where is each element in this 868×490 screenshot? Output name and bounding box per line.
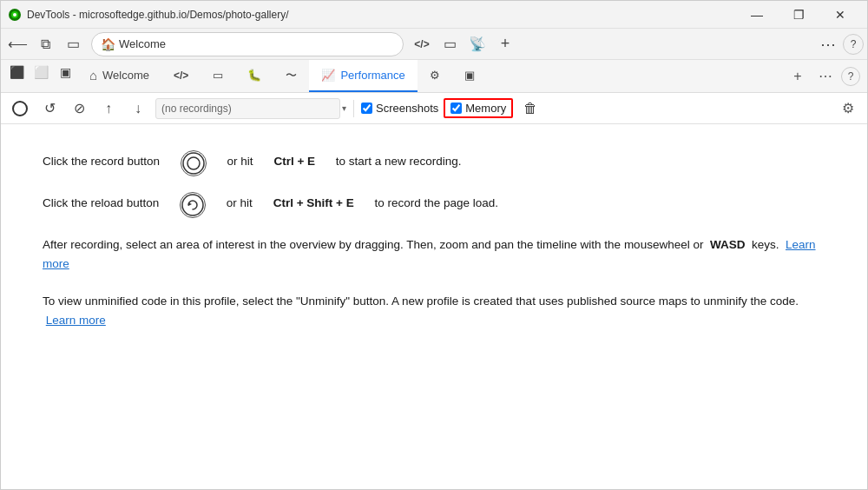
settings-gear-icon: ⚙ xyxy=(842,100,854,116)
help-button[interactable]: ? xyxy=(843,34,864,55)
devtools-tab-bar: ⬛ ⬜ ▣ ⌂ Welcome </> ▭ 🐛 〜 📈 Performance … xyxy=(1,60,867,93)
instruction-record: Click the record button or hit Ctrl + E … xyxy=(43,152,825,176)
add-panel-button[interactable]: + xyxy=(786,64,810,89)
instruction-2-shortcut: Ctrl + Shift + E xyxy=(273,194,354,213)
application-tab-icon: ▣ xyxy=(464,69,475,82)
paragraph-1-end: keys. xyxy=(752,238,779,251)
record-icon xyxy=(12,101,28,116)
elements-tab-icon: </> xyxy=(174,70,188,82)
tab-network[interactable]: 〜 xyxy=(273,60,309,92)
paragraph-unminify: To view unminified code in this profile,… xyxy=(43,292,825,331)
elements-icon-btn[interactable]: </> xyxy=(409,31,435,57)
close-button[interactable]: ✕ xyxy=(820,1,860,29)
console-icon-btn[interactable]: ▭ xyxy=(437,31,463,57)
clear-button[interactable]: ⊘ xyxy=(67,96,91,121)
paragraph-2-text: To view unminified code in this profile,… xyxy=(43,295,799,308)
record-icon-inline xyxy=(181,150,207,176)
memory-checkbox[interactable] xyxy=(450,103,462,114)
learn-more-link-2[interactable]: Learn more xyxy=(46,314,106,327)
memory-label: Memory xyxy=(465,102,506,115)
svg-point-5 xyxy=(182,195,203,215)
record-button[interactable] xyxy=(8,96,32,121)
welcome-tab-label: Welcome xyxy=(119,37,394,50)
recordings-select-group: (no recordings) ▾ xyxy=(155,98,346,119)
tab-sources[interactable]: 🐛 xyxy=(235,60,273,92)
settings-button[interactable]: ⚙ xyxy=(836,96,860,121)
sources-tab-icon: 🐛 xyxy=(247,69,261,82)
export-button[interactable]: ↓ xyxy=(126,96,150,121)
tab-memory[interactable]: ⚙ xyxy=(418,60,452,92)
paragraph-1-text: After recording, select an area of inter… xyxy=(43,238,703,251)
minimize-button[interactable]: — xyxy=(737,1,777,29)
title-bar: DevTools - microsoftedge.github.io/Demos… xyxy=(1,1,867,29)
home-icon: 🏠 xyxy=(101,37,115,51)
upload-icon: ↑ xyxy=(105,101,112,116)
edge-icon xyxy=(8,8,22,22)
performance-toolbar: ↺ ⊘ ↑ ↓ (no recordings) ▾ Screenshots Me… xyxy=(1,93,867,124)
more-panels-button[interactable]: ⋯ xyxy=(813,64,838,89)
welcome-tab-label: Welcome xyxy=(102,69,149,82)
reload-icon-inline xyxy=(180,192,206,218)
import-button[interactable]: ↑ xyxy=(96,96,121,121)
maximize-button[interactable]: ❐ xyxy=(779,1,819,29)
devtools-tab-right-actions: + ⋯ ? xyxy=(786,60,864,92)
screenshots-checkbox[interactable] xyxy=(361,103,372,114)
add-tab-button[interactable]: + xyxy=(492,31,518,57)
more-tabs-button[interactable]: ⋯ xyxy=(815,31,841,57)
instruction-1-after: or hit xyxy=(227,152,253,171)
instruction-reload: Click the reload button or hit Ctrl + Sh… xyxy=(43,194,825,218)
devtools-help-button[interactable]: ? xyxy=(841,67,860,86)
window-title: DevTools - microsoftedge.github.io/Demos… xyxy=(27,9,737,21)
performance-tab-icon: 📈 xyxy=(321,69,335,82)
svg-point-3 xyxy=(183,153,204,174)
tab-console[interactable]: ▭ xyxy=(201,60,235,92)
main-content: Click the record button or hit Ctrl + E … xyxy=(1,124,867,490)
instruction-1-end: to start a new recording. xyxy=(336,152,462,171)
reload-icon: ↺ xyxy=(44,100,56,116)
paragraph-wasd: After recording, select an area of inter… xyxy=(43,235,825,275)
trash-icon: 🗑 xyxy=(523,101,537,116)
edge-tab-bar: ⟵ ⧉ ▭ 🏠 Welcome </> ▭ 📡 + ⋯ ? xyxy=(1,29,867,60)
console-tab-icon: ▭ xyxy=(213,69,223,82)
memory-tab-icon: ⚙ xyxy=(430,69,440,82)
svg-marker-6 xyxy=(188,202,192,206)
network-icon-btn[interactable]: 📡 xyxy=(464,31,490,57)
tab-welcome[interactable]: ⌂ Welcome xyxy=(77,60,161,92)
dropdown-arrow-icon: ▾ xyxy=(342,103,346,113)
home-tab-icon: ⌂ xyxy=(89,68,97,83)
tab-action-3[interactable]: ▭ xyxy=(60,31,86,57)
screenshots-checkbox-group[interactable]: Screenshots xyxy=(361,102,438,115)
tab-elements[interactable]: </> xyxy=(161,60,201,92)
network-tab-icon: 〜 xyxy=(286,68,297,83)
clear-icon: ⊘ xyxy=(74,100,85,116)
recordings-select[interactable]: (no recordings) xyxy=(155,98,340,119)
tab-action-1[interactable]: ⟵ xyxy=(4,31,30,57)
tab-action-2[interactable]: ⧉ xyxy=(32,31,58,57)
dock-bottom-icon[interactable]: ⬜ xyxy=(29,60,53,84)
window-controls: — ❐ ✕ xyxy=(737,1,860,29)
instruction-2-after: or hit xyxy=(227,194,253,213)
instruction-1-before: Click the record button xyxy=(43,152,160,171)
svg-point-4 xyxy=(187,157,200,169)
instruction-2-end: to record the page load. xyxy=(374,194,498,213)
instruction-2-before: Click the reload button xyxy=(43,194,159,213)
tab-performance[interactable]: 📈 Performance xyxy=(309,60,417,92)
screenshots-label: Screenshots xyxy=(376,102,438,115)
performance-tab-label: Performance xyxy=(340,69,404,82)
dock-right-icon[interactable]: ▣ xyxy=(53,60,77,84)
instruction-1-shortcut: Ctrl + E xyxy=(273,152,315,171)
svg-point-2 xyxy=(13,13,16,17)
reload-button[interactable]: ↺ xyxy=(37,96,62,121)
delete-recording-button[interactable]: 🗑 xyxy=(518,96,542,121)
dock-left-icon[interactable]: ⬛ xyxy=(4,60,29,84)
download-icon: ↓ xyxy=(135,101,141,116)
tab-application[interactable]: ▣ xyxy=(452,60,487,92)
memory-checkbox-group[interactable]: Memory xyxy=(444,98,513,118)
paragraph-1-bold: WASD xyxy=(710,238,746,251)
toolbar-separator-1 xyxy=(353,100,354,117)
